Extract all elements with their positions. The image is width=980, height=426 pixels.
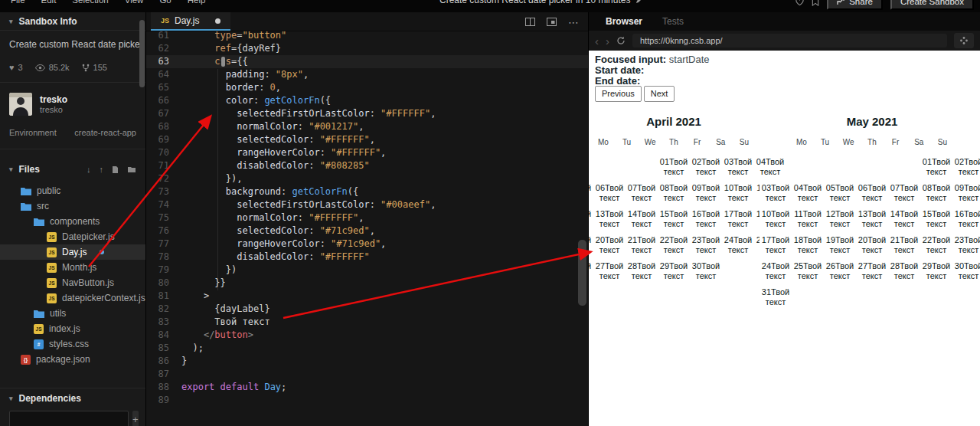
code-line-84[interactable]: 84 </button> xyxy=(146,329,588,342)
code-line-73[interactable]: 73 background: getColorFn({ xyxy=(146,185,588,198)
menu-selection[interactable]: Selection xyxy=(72,0,108,5)
code-line-69[interactable]: 69 selectedColor: "#FFFFFF", xyxy=(146,133,588,146)
create-sandbox-button[interactable]: Create Sandbox xyxy=(890,0,974,10)
code-line-85[interactable]: 85 ); xyxy=(146,342,588,355)
day-cell[interactable]: 12Твойтекст xyxy=(824,206,856,232)
tree-item-src[interactable]: src xyxy=(0,198,145,214)
day-cell[interactable]: 14Твойтекст xyxy=(888,206,920,232)
day-cell[interactable]: 19Твойтекст xyxy=(824,232,856,258)
next-month-button[interactable]: Next xyxy=(644,86,675,102)
day-cell[interactable]: 15Твойтекст xyxy=(658,206,690,232)
day-cell[interactable]: 25Твойтекст xyxy=(792,258,824,284)
code-line-88[interactable]: 88export default Day; xyxy=(146,381,588,394)
menu-view[interactable]: View xyxy=(125,0,144,5)
day-cell[interactable]: 27Твойтекст xyxy=(593,258,626,284)
add-dependency-input[interactable] xyxy=(9,411,129,426)
dependencies-header[interactable]: ▾ Dependencies xyxy=(0,388,145,408)
previous-month-button[interactable]: Previous xyxy=(595,86,642,102)
tree-item-index-js[interactable]: JSindex.js xyxy=(0,321,145,336)
tree-item-components[interactable]: components xyxy=(0,214,145,229)
upload-icon[interactable]: ↑ xyxy=(100,165,104,174)
day-cell[interactable]: 06Твойтекст xyxy=(856,180,888,206)
day-cell[interactable]: 09Твойтекст xyxy=(690,180,722,206)
code-line-66[interactable]: 66 color: getColorFn({ xyxy=(146,94,588,107)
back-icon[interactable]: ‹ xyxy=(595,35,599,47)
tree-item-utils[interactable]: utils xyxy=(0,306,145,321)
day-cell[interactable]: 07Твойтекст xyxy=(626,180,658,206)
day-cell[interactable]: 01Твойтекст xyxy=(658,154,690,180)
day-cell[interactable]: 20Твойтекст xyxy=(856,232,888,258)
menu-go[interactable]: Go xyxy=(159,0,171,5)
url-bar[interactable]: https://0knng.csb.app/ xyxy=(632,34,947,48)
code-line-65[interactable]: 65 border: 0, xyxy=(146,81,588,94)
split-editor-icon[interactable] xyxy=(525,18,535,26)
day-cell[interactable]: 23Твойтекст xyxy=(690,232,722,258)
code-line-82[interactable]: 82 {dayLabel} xyxy=(146,303,588,316)
bookmark-icon[interactable] xyxy=(812,0,819,6)
editor-scrollbar[interactable] xyxy=(578,240,586,306)
code-line-77[interactable]: 77 rangeHoverColor: "#71c9ed", xyxy=(146,238,588,251)
day-cell[interactable]: 02Твойтекст xyxy=(690,154,722,180)
tree-item-navbutton-js[interactable]: JSNavButton.js xyxy=(0,275,145,290)
day-cell[interactable]: 21Твойтекст xyxy=(626,232,658,258)
day-cell[interactable]: 13Твойтекст xyxy=(856,206,888,232)
day-cell[interactable]: 07Твойтекст xyxy=(888,180,920,206)
preview-tab-tests[interactable]: Tests xyxy=(662,16,684,27)
code-line-79[interactable]: 79 }) xyxy=(146,264,588,277)
code-line-63[interactable]: 63 css={{ xyxy=(146,55,588,68)
menu-file[interactable]: File xyxy=(11,0,25,5)
day-cell[interactable]: 11Твойтекст xyxy=(792,206,824,232)
day-cell[interactable]: 13Твойтекст xyxy=(593,206,626,232)
code-line-61[interactable]: 61 type="button" xyxy=(146,31,588,42)
day-cell[interactable]: 09Твойтекст xyxy=(952,180,980,206)
day-cell[interactable]: 18Твойтекст xyxy=(792,232,824,258)
forward-icon[interactable]: › xyxy=(606,35,609,47)
code-line-67[interactable]: 67 selectedFirstOrLastColor: "#FFFFFF", xyxy=(146,107,588,120)
day-cell[interactable]: 24Твойтекст xyxy=(760,258,792,284)
tree-item-public[interactable]: public xyxy=(0,183,145,198)
day-cell[interactable]: 28Твойтекст xyxy=(888,258,920,284)
add-dependency-button[interactable]: + xyxy=(132,411,139,426)
day-cell[interactable]: 30Твойтекст xyxy=(952,258,980,284)
code-line-80[interactable]: 80 }} xyxy=(146,277,588,290)
tree-item-package-json[interactable]: {}package.json xyxy=(0,352,145,367)
tree-item-styles-css[interactable]: #styles.css xyxy=(0,336,145,352)
day-cell[interactable]: 16Твойтекст xyxy=(690,206,722,232)
day-cell[interactable]: 30Твойтекст xyxy=(690,258,722,284)
sandbox-info-header[interactable]: ▾ Sandbox Info xyxy=(0,12,145,31)
edit-pencil-icon[interactable] xyxy=(635,0,643,4)
code-line-89[interactable]: 89 xyxy=(146,394,588,407)
day-cell[interactable]: 14Твойтекст xyxy=(626,206,658,232)
code-line-83[interactable]: 83 Твой текст xyxy=(146,316,588,329)
responsive-preview-button[interactable] xyxy=(954,33,974,48)
day-cell[interactable]: 01Твойтекст xyxy=(920,154,952,180)
day-cell[interactable]: 22Твойтекст xyxy=(658,232,690,258)
sidebar-scrollbar[interactable] xyxy=(139,20,145,87)
day-cell[interactable]: 17Твойтекст xyxy=(760,232,792,258)
tab-day-js[interactable]: JS Day.js xyxy=(151,12,230,31)
code-editor[interactable]: 61 type="button"62 ref={dayRef}63 css={{… xyxy=(146,31,588,426)
day-cell[interactable]: 03Твойтекст xyxy=(760,180,792,206)
day-cell[interactable]: 16Твойтекст xyxy=(952,206,980,232)
files-header[interactable]: ▾ Files ↓ ↑ xyxy=(0,160,145,179)
new-folder-icon[interactable] xyxy=(127,165,136,173)
day-cell[interactable]: 27Твойтекст xyxy=(856,258,888,284)
day-cell[interactable]: 06Твойтекст xyxy=(593,180,626,206)
day-cell[interactable]: 15Твойтекст xyxy=(920,206,952,232)
code-line-78[interactable]: 78 disabledColor: "#FFFFFF" xyxy=(146,251,588,264)
preview-tab-browser[interactable]: Browser xyxy=(606,16,642,27)
day-cell[interactable]: 02Твойтекст xyxy=(952,154,980,180)
code-line-70[interactable]: 70 rangeHoverColor: "#FFFFFF", xyxy=(146,146,588,159)
menu-edit[interactable]: Edit xyxy=(41,0,57,5)
day-cell[interactable]: 28Твойтекст xyxy=(626,258,658,284)
day-cell[interactable]: 08Твойтекст xyxy=(920,180,952,206)
code-line-86[interactable]: 86} xyxy=(146,355,588,368)
like-icon[interactable] xyxy=(795,0,804,6)
day-cell[interactable]: 26Твойтекст xyxy=(824,258,856,284)
environment-value[interactable]: create-react-app xyxy=(74,128,136,137)
day-cell[interactable]: 20Твойтекст xyxy=(593,232,626,258)
day-cell[interactable]: 05Твойтекст xyxy=(824,180,856,206)
menu-help[interactable]: Help xyxy=(188,0,206,5)
tree-item-day-js[interactable]: JSDay.js xyxy=(0,244,145,260)
sandbox-name[interactable]: Create custom React date picker in 1... xyxy=(0,31,145,50)
